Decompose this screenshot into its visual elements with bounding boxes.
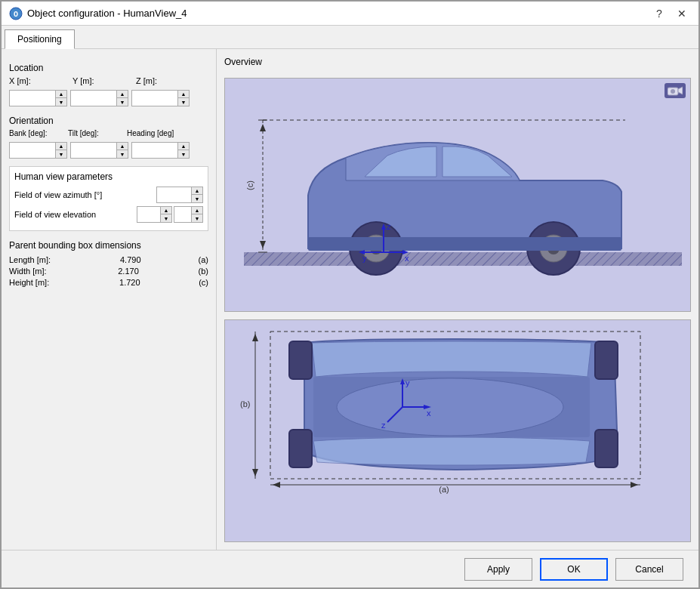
svg-rect-44 — [595, 341, 618, 379]
z-input[interactable]: 6.000 — [132, 93, 177, 103]
bottom-bar: Apply OK Cancel — [2, 550, 698, 587]
fov-azimuth-increment[interactable]: ▲ — [192, 187, 202, 195]
side-view-svg: (c) — [225, 79, 686, 305]
bbox-height-value: 1.720 — [95, 278, 140, 287]
app-icon: O — [9, 7, 23, 20]
side-view-viewport: (c) — [224, 78, 691, 312]
svg-rect-7 — [244, 252, 682, 266]
bbox-height-row: Height [m]: 1.720 (c) — [9, 278, 208, 287]
bank-label: Bank [deg]: — [9, 129, 65, 137]
svg-text:(b): (b) — [240, 399, 250, 409]
x-spinbox[interactable]: -35.360 ▲ ▼ — [9, 90, 67, 106]
tab-positioning[interactable]: Positioning — [5, 29, 75, 49]
heading-spinbox[interactable]: 20.0 ▲ ▼ — [131, 142, 190, 159]
fov-elevation-row: Field of view elevation 12 ▲ ▼ 4 — [14, 206, 203, 223]
fov-elevation-buttons1: ▲ ▼ — [160, 207, 171, 222]
bank-increment[interactable]: ▲ — [56, 143, 66, 150]
bbox-length-row: Length [m]: 4.790 (a) — [9, 255, 208, 264]
bank-input[interactable]: 0.0 — [10, 145, 55, 156]
tilt-label: Tilt [deg]: — [68, 129, 124, 137]
location-label: Location — [9, 63, 208, 73]
z-increment[interactable]: ▲ — [178, 91, 189, 98]
svg-text:O: O — [14, 11, 18, 19]
fov-elevation-input1[interactable]: 12 — [137, 209, 160, 220]
svg-text:x: x — [405, 254, 409, 263]
fov-azimuth-spinbox[interactable]: 22.0 ▲ ▼ — [156, 187, 203, 203]
z-decrement[interactable]: ▼ — [178, 98, 189, 106]
bbox-title: Parent bounding box dimensions — [9, 240, 208, 251]
main-content: Location X [m]: Y [m]: Z [m]: -35.360 ▲ … — [2, 49, 698, 550]
fov-elevation-decrement1[interactable]: ▼ — [161, 214, 171, 222]
svg-marker-33 — [252, 334, 258, 341]
bbox-length-label: Length [m]: — [9, 255, 51, 264]
svg-text:y: y — [406, 378, 410, 387]
y-decrement[interactable]: ▼ — [117, 98, 128, 106]
ok-button[interactable]: OK — [540, 558, 608, 581]
svg-rect-45 — [595, 430, 618, 467]
y-spinbox-buttons: ▲ ▼ — [116, 91, 128, 106]
svg-text:x: x — [427, 409, 431, 418]
y-label: Y [m]: — [72, 76, 133, 85]
fov-azimuth-input[interactable]: 22.0 — [157, 190, 191, 200]
x-input[interactable]: -35.360 — [10, 93, 55, 103]
heading-increment[interactable]: ▲ — [178, 143, 189, 150]
fov-elevation-buttons2: ▲ ▼ — [191, 207, 202, 222]
svg-marker-38 — [631, 482, 638, 488]
svg-marker-12 — [260, 241, 266, 248]
svg-rect-42 — [289, 341, 312, 379]
bank-spinbox[interactable]: 0.0 ▲ ▼ — [9, 142, 67, 159]
bbox-section: Parent bounding box dimensions Length [m… — [9, 240, 208, 287]
orientation-label: Orientation — [9, 116, 208, 126]
fov-azimuth-buttons: ▲ ▼ — [191, 187, 202, 202]
tilt-spinbox[interactable]: 5.0 ▲ ▼ — [70, 142, 128, 159]
apply-button[interactable]: Apply — [464, 558, 532, 581]
bbox-height-label: Height [m]: — [9, 278, 49, 287]
fov-elevation-spinbox1[interactable]: 12 ▲ ▼ — [137, 206, 172, 223]
tilt-input[interactable]: 5.0 — [71, 145, 116, 156]
y-spinbox[interactable]: -17.100 ▲ ▼ — [70, 90, 128, 106]
z-spinbox[interactable]: 6.000 ▲ ▼ — [131, 90, 190, 106]
cancel-button[interactable]: Cancel — [615, 558, 683, 581]
orientation-inputs-row: 0.0 ▲ ▼ 5.0 ▲ ▼ 20.0 ▲ — [9, 142, 208, 159]
fov-azimuth-label: Field of view azimuth [°] — [14, 190, 102, 199]
bbox-width-row: Width [m]: 2.170 (b) — [9, 267, 208, 276]
x-decrement[interactable]: ▼ — [56, 98, 66, 106]
heading-input[interactable]: 20.0 — [132, 145, 177, 156]
top-view-viewport: (b) (a) — [224, 319, 691, 542]
svg-text:(a): (a) — [439, 485, 449, 494]
svg-marker-11 — [260, 124, 266, 131]
left-panel: Location X [m]: Y [m]: Z [m]: -35.360 ▲ … — [2, 49, 217, 550]
fov-elevation-decrement2[interactable]: ▼ — [192, 214, 202, 222]
human-params-title: Human view parameters — [14, 171, 203, 182]
bank-spinbox-buttons: ▲ ▼ — [55, 143, 66, 158]
fov-elevation-spinbox2[interactable]: 4 ▲ ▼ — [174, 206, 203, 223]
fov-azimuth-row: Field of view azimuth [°] 22.0 ▲ ▼ — [14, 187, 203, 203]
fov-elevation-label: Field of view elevation — [14, 210, 96, 219]
heading-decrement[interactable]: ▼ — [178, 150, 189, 158]
tilt-increment[interactable]: ▲ — [117, 143, 128, 150]
svg-text:z: z — [381, 421, 386, 430]
y-input[interactable]: -17.100 — [71, 93, 116, 103]
close-button[interactable]: ✕ — [673, 5, 691, 23]
fov-azimuth-decrement[interactable]: ▼ — [192, 195, 202, 202]
top-view-svg: (b) (a) — [225, 320, 686, 494]
y-increment[interactable]: ▲ — [117, 91, 128, 98]
help-button[interactable]: ? — [650, 5, 668, 23]
bbox-length-letter: (a) — [186, 255, 208, 264]
title-buttons: ? ✕ — [650, 5, 691, 23]
bbox-length-value: 4.790 — [96, 255, 141, 264]
fov-elevation-increment2[interactable]: ▲ — [192, 207, 202, 214]
orientation-labels-row: Bank [deg]: Tilt [deg]: Heading [deg] — [9, 129, 208, 139]
bbox-width-label: Width [m]: — [9, 267, 47, 276]
svg-marker-37 — [273, 482, 280, 488]
fov-elevation-increment1[interactable]: ▲ — [161, 207, 171, 214]
x-label: X [m]: — [9, 76, 69, 85]
bank-decrement[interactable]: ▼ — [56, 150, 66, 158]
svg-rect-21 — [308, 237, 621, 251]
svg-text:z: z — [387, 222, 391, 231]
bbox-width-letter: (b) — [186, 267, 208, 276]
fov-elevation-input2[interactable]: 4 — [174, 209, 191, 220]
x-increment[interactable]: ▲ — [56, 91, 66, 98]
tilt-decrement[interactable]: ▼ — [117, 150, 128, 158]
z-spinbox-buttons: ▲ ▼ — [177, 91, 189, 106]
